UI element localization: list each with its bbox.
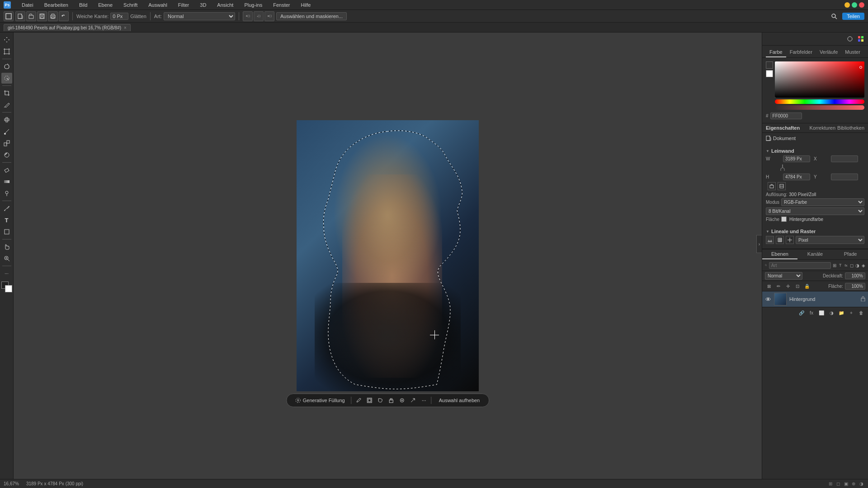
layer-visibility-toggle[interactable] xyxy=(765,296,771,302)
float-more-icon[interactable]: ··· xyxy=(420,397,428,404)
width-input[interactable] xyxy=(783,155,810,162)
fg-bg-colors[interactable] xyxy=(1,282,12,292)
document-tab[interactable]: girl-1846490 Pexels auf Pixabay.jpg bei … xyxy=(4,24,131,31)
fill-color-swatch[interactable] xyxy=(781,216,787,222)
zoom-tool[interactable] xyxy=(1,253,12,264)
ruler-unit-select[interactable]: Pixel Zoll Zentimeter xyxy=(796,236,864,244)
float-stamp-icon[interactable] xyxy=(388,397,395,404)
y-input[interactable] xyxy=(831,174,858,180)
float-warp-icon[interactable] xyxy=(377,397,384,404)
fill-input-layers[interactable] xyxy=(845,283,865,290)
layers-type-icon[interactable]: T xyxy=(838,261,842,269)
menu-schrift[interactable]: Schrift xyxy=(122,1,139,9)
add-to-selection-btn[interactable]: +□ xyxy=(243,11,253,21)
layers-mode-select[interactable]: Normal Multiplizieren Abwedeln xyxy=(765,272,802,280)
hue-slider[interactable] xyxy=(775,99,864,104)
add-style-btn[interactable]: fx xyxy=(807,309,816,317)
share-button[interactable]: Teilen xyxy=(842,13,864,20)
layers-tab-pfade[interactable]: Pfade xyxy=(833,249,868,259)
generative-fill-btn[interactable]: Generative Füllung xyxy=(292,396,348,405)
status-icon-2[interactable]: ◻ xyxy=(835,481,841,487)
minimize-button[interactable]: − xyxy=(844,2,850,8)
art-select[interactable]: Normal Zur Auswahl hinzufügen Von Auswah… xyxy=(164,12,235,20)
lasso-tool[interactable] xyxy=(1,61,12,72)
move-tool[interactable] xyxy=(1,34,12,45)
tab-farbe[interactable]: Farbe xyxy=(766,47,786,57)
quick-select-tool[interactable] xyxy=(1,73,12,84)
lineale-header[interactable]: ▼ Lineale und Raster xyxy=(766,229,864,234)
mode-select[interactable]: RGB-Farbe CMYK-Farbe Graustufen xyxy=(781,198,864,206)
lock-pixels-btn[interactable]: ✏ xyxy=(774,282,783,290)
brush-tool[interactable] xyxy=(1,126,12,137)
layers-pixel-icon[interactable]: ◻ xyxy=(850,261,854,269)
color-picker-handle[interactable] xyxy=(859,66,862,69)
float-arrow-icon[interactable] xyxy=(410,397,417,404)
float-transform-icon[interactable] xyxy=(366,397,373,404)
lock-position-btn[interactable]: ✛ xyxy=(784,282,792,290)
tab-verlaufe[interactable]: Verläufe xyxy=(816,47,841,57)
add-adjustment-btn[interactable]: ◑ xyxy=(827,309,835,317)
menu-datei[interactable]: Datei xyxy=(20,1,35,9)
bg-color-swatch[interactable] xyxy=(766,70,773,77)
tab-farbfelder[interactable]: Farbfelder xyxy=(786,47,816,57)
layers-filter-btn[interactable]: ⊞ xyxy=(833,261,837,269)
lock-artboard-btn[interactable]: ⊡ xyxy=(793,282,802,290)
status-icon-1[interactable]: ⊞ xyxy=(827,481,834,487)
panel-top-color-icon[interactable] xyxy=(845,34,854,43)
layer-item-hintergrund[interactable]: Hintergrund xyxy=(762,291,868,307)
float-heal-icon[interactable] xyxy=(399,397,406,404)
ruler-icon-1[interactable] xyxy=(766,236,774,244)
leinwand-header[interactable]: ▼ Leinwand xyxy=(766,148,864,154)
menu-bearbeiten[interactable]: Bearbeiten xyxy=(42,1,70,9)
menu-bild[interactable]: Bild xyxy=(77,1,89,9)
layers-tab-kanale[interactable]: Kanäle xyxy=(797,249,833,259)
lock-transparent-btn[interactable]: ⊠ xyxy=(765,282,773,290)
hand-tool[interactable] xyxy=(1,241,12,252)
layers-search-input[interactable] xyxy=(769,262,831,269)
menu-plugins[interactable]: Plug-ins xyxy=(242,1,264,9)
close-button[interactable]: × xyxy=(859,2,864,8)
constrain-btn-2[interactable] xyxy=(778,182,786,190)
crop-tool[interactable] xyxy=(1,88,12,99)
save-button[interactable] xyxy=(37,11,47,21)
dodge-tool[interactable] xyxy=(1,188,12,199)
alpha-slider[interactable] xyxy=(775,105,864,110)
hex-input[interactable] xyxy=(770,113,802,119)
add-mask-btn[interactable]: ⬜ xyxy=(817,309,826,317)
add-layer-btn[interactable]: + xyxy=(847,309,855,317)
weiche-kante-input[interactable] xyxy=(110,13,128,20)
menu-ansicht[interactable]: Ansicht xyxy=(215,1,235,9)
canvas-area[interactable]: Generative Füllung xyxy=(14,33,762,479)
height-input[interactable] xyxy=(783,174,810,180)
float-pencil-icon[interactable] xyxy=(355,397,363,404)
subtract-btn[interactable]: -□ xyxy=(254,11,264,21)
opacity-input[interactable] xyxy=(845,272,865,279)
bibliotheken-label[interactable]: Bibliotheken xyxy=(837,125,864,131)
menu-3d[interactable]: 3D xyxy=(198,1,208,9)
layers-adjust-icon[interactable]: ◑ xyxy=(855,261,859,269)
color-gradient[interactable] xyxy=(775,61,864,98)
history-brush-tool[interactable] xyxy=(1,150,12,160)
status-icon-5[interactable]: ◑ xyxy=(858,481,864,487)
tab-muster[interactable]: Muster xyxy=(841,47,864,57)
search-icon[interactable] xyxy=(830,12,839,21)
open-button[interactable] xyxy=(26,11,36,21)
constrain-btn-1[interactable] xyxy=(768,182,776,190)
menu-ebene[interactable]: Ebene xyxy=(96,1,114,9)
menu-fenster[interactable]: Fenster xyxy=(271,1,292,9)
menu-hilfe[interactable]: Hilfe xyxy=(299,1,312,9)
auswahlen-maskieren-btn[interactable]: Auswählen und maskieren... xyxy=(276,12,347,20)
x-input[interactable] xyxy=(831,155,858,162)
heal-tool[interactable] xyxy=(1,114,12,125)
tab-close-icon[interactable]: × xyxy=(124,25,127,30)
pen-tool[interactable] xyxy=(1,203,12,214)
undo-button[interactable] xyxy=(59,11,69,21)
layers-tab-ebenen[interactable]: Ebenen xyxy=(762,249,797,259)
layers-smart-icon[interactable]: ◈ xyxy=(861,261,865,269)
add-group-btn[interactable]: 📁 xyxy=(837,309,845,317)
gradient-tool[interactable] xyxy=(1,176,12,187)
status-icon-3[interactable]: ▣ xyxy=(843,481,849,487)
menu-filter[interactable]: Filter xyxy=(176,1,191,9)
extra-tools-btn[interactable]: ··· xyxy=(1,268,12,279)
panel-top-swatches-icon[interactable] xyxy=(856,34,865,43)
